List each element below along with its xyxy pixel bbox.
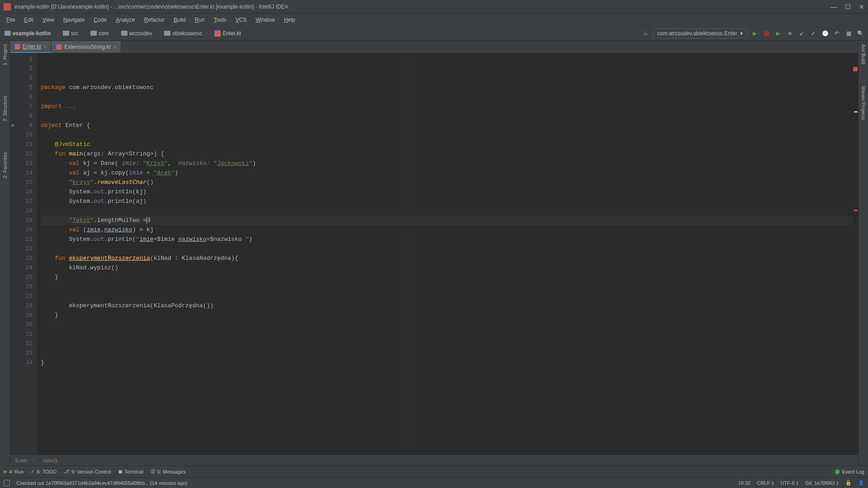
line-number[interactable]: 27 [10,291,33,301]
code-line[interactable] [41,291,858,301]
close-button[interactable]: ✕ [859,3,864,10]
code-line[interactable]: import ... [41,102,858,111]
line-number[interactable]: 34 [10,358,33,367]
line-number[interactable]: 32 [10,339,33,348]
line-number[interactable]: 25 [10,272,33,282]
line-number[interactable]: 20 [10,225,33,235]
line-number[interactable]: 12 [10,149,33,159]
minimize-button[interactable]: — [830,3,837,10]
error-stripe[interactable] [853,66,858,444]
line-number[interactable]: 6 [10,92,33,102]
menu-file[interactable]: File [3,15,19,25]
code-line[interactable] [41,320,858,329]
menu-tools[interactable]: Tools [210,15,230,25]
tool-window----structure[interactable]: 7: Structure [2,94,8,123]
info-marker[interactable] [854,111,858,113]
line-number[interactable]: 22 [10,244,33,253]
line-number[interactable]: 26 [10,282,33,291]
code-line[interactable]: System.out.println(kj) [41,187,858,197]
breadcrumb-example-kotlin[interactable]: example-kotlin [3,29,52,38]
code-line[interactable]: "Tekst".lengthMulTwo =3 [41,216,858,225]
tab-Enter.kt[interactable]: Enter.kt× [10,41,52,53]
code-line[interactable] [41,386,858,396]
line-number[interactable]: 30 [10,320,33,329]
run-button[interactable]: ▶ [750,28,760,38]
code-area[interactable]: package com.wrzosdev.obiektowoscimport .… [37,53,858,455]
code-line[interactable] [41,348,858,358]
code-line[interactable]: System.out.println(aj) [41,197,858,206]
code-line[interactable]: object Enter { [41,121,858,130]
build-button[interactable]: ⇊ [641,28,651,38]
menu-view[interactable]: View [39,15,58,25]
maximize-button[interactable]: ☐ [845,3,851,10]
project-structure-button[interactable]: ▦ [844,28,854,38]
menu-analyze[interactable]: Analyze [112,15,139,25]
tool-window----todo[interactable]: ✓6: TODO [31,469,57,474]
tool-window----messages[interactable]: ⓪0: Messages [151,468,185,475]
code-line[interactable] [41,282,858,291]
line-number[interactable]: 13 [10,159,33,168]
line-number[interactable]: 3 [10,73,33,83]
breadcrumb-wrzosdev[interactable]: wrzosdev [119,29,154,38]
line-number[interactable]: 24 [10,263,33,272]
code-line[interactable] [41,92,858,102]
code-line[interactable]: val aj = kj.copy(imie = "Arek") [41,168,858,178]
menu-edit[interactable]: Edit [20,15,37,25]
menu-help[interactable]: Help [280,15,299,25]
lock-icon[interactable]: 🔓 [845,480,852,486]
line-number[interactable]: 7 [10,102,33,111]
code-line[interactable] [41,244,858,253]
menu-vcs[interactable]: VCS [232,15,250,25]
line-number[interactable]: 17 [10,197,33,206]
code-line[interactable]: eksperymentRozszerzenia(KlasaPodrzędna()… [41,301,858,310]
menu-build[interactable]: Build [170,15,189,25]
code-line[interactable]: klNad.wypisz() [41,263,858,272]
code-editor[interactable]: 12356789▶1011121314151617181920212223242… [10,53,858,455]
run-line-icon[interactable]: ▶ [12,121,14,130]
tool-window----favorites[interactable]: 2: Favorites [2,150,8,180]
line-separator[interactable]: CRLF ‡ [757,480,774,486]
run-config-selector[interactable]: com.wrzosdev.obiektowosc.Enter ▾ [652,28,748,38]
line-number[interactable]: 11 [10,140,33,149]
close-tab-icon[interactable]: × [44,44,47,49]
analysis-error-icon[interactable] [853,67,858,71]
code-line[interactable]: } [41,310,858,320]
vcs-update-button[interactable]: ↙ [797,28,807,38]
line-number[interactable]: 19 [10,216,33,225]
coverage-button[interactable]: ▶ [773,28,783,38]
tool-window-terminal[interactable]: ▣Terminal [118,469,143,474]
code-line[interactable]: val (imie,nazwisko) = kj [41,225,858,235]
tool-window----version-control[interactable]: ⎇9: Version Control [64,469,111,474]
menu-refactor[interactable]: Refactor [141,15,168,25]
code-line[interactable]: fun main(args: Array<String>) { [41,149,858,159]
line-number[interactable]: 21 [10,235,33,244]
line-number[interactable]: 23 [10,253,33,263]
breadcrumb-obiektowosc[interactable]: obiektowosc [162,29,204,38]
code-line[interactable]: package com.wrzosdev.obiektowosc [41,83,858,92]
code-line[interactable] [41,367,858,377]
tab-ExtensionsString.kt[interactable]: ExtensionsString.kt× [52,41,121,53]
line-number[interactable]: 33 [10,348,33,358]
vcs-history-button[interactable]: 🕘 [820,28,830,38]
code-line[interactable]: System.out.println("imie=$imie nazwisko=… [41,235,858,244]
editor-breadcrumb-item[interactable]: main() [43,458,57,463]
stop-button[interactable]: ■ [785,28,795,38]
error-marker[interactable] [854,210,858,211]
code-line[interactable] [41,377,858,386]
menu-code[interactable]: Code [90,15,110,25]
code-line[interactable]: "krzys".removeLastChar() [41,178,858,187]
code-line[interactable]: @JvmStatic [41,140,858,149]
line-number[interactable]: 1 [10,54,33,64]
line-number[interactable]: 15 [10,178,33,187]
line-number[interactable]: 8 [10,111,33,121]
search-button[interactable]: 🔍 [855,28,865,38]
menu-navigate[interactable]: Navigate [60,15,88,25]
line-number[interactable]: 9▶ [10,121,33,130]
vcs-revert-button[interactable]: ↶ [832,28,842,38]
breadcrumb-src[interactable]: src [61,29,80,38]
code-line[interactable]: fun eksperymentRozszerzenia(klNad : Klas… [41,253,858,263]
tool-window-ant-build[interactable]: Ant Build [861,42,866,66]
tool-window----run[interactable]: ▶4: Run [4,469,24,474]
tool-window-maven-projects[interactable]: Maven Projects [861,84,866,122]
code-line[interactable] [41,206,858,216]
